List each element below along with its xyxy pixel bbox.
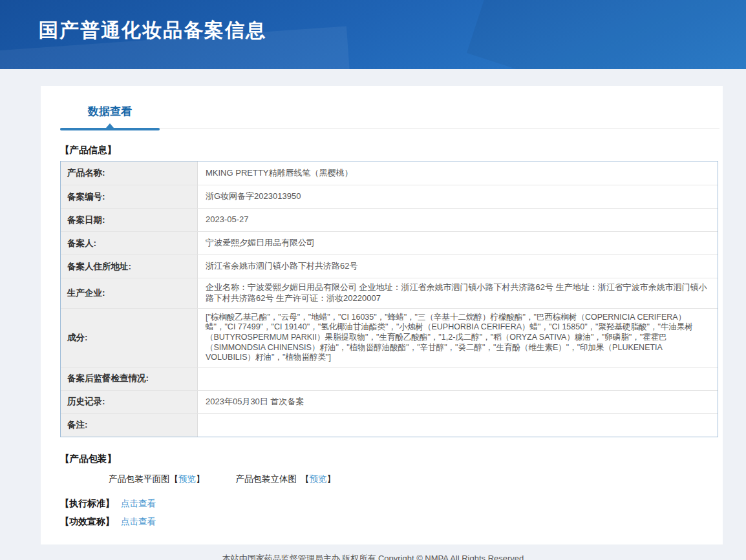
table-row: 备案日期: 2023-05-27 (61, 208, 718, 231)
table-row: 产品名称: MKING PRETTY精雕唇线笔（黑樱桃） (61, 161, 718, 185)
packaging-stereo-item: 产品包装立体图【预览】 (236, 473, 336, 485)
table-row: 备案人: 宁波爱熙夕媚日用品有限公司 (61, 231, 718, 254)
row-label: 备案编号: (61, 185, 198, 208)
tab-data-view[interactable]: 数据查看 (60, 100, 160, 129)
row-value: 宁波爱熙夕媚日用品有限公司 (198, 232, 718, 254)
row-value: 浙江省余姚市泗门镇小路下村共济路62号 (198, 255, 718, 278)
product-info-table: 产品名称: MKING PRETTY精雕唇线笔（黑樱桃） 备案编号: 浙G妆网备… (60, 161, 718, 437)
efficacy-claim-row: 【功效宣称】点击查看 (60, 516, 723, 528)
table-row: 备案后监督检查情况: (61, 367, 718, 390)
footer-copyright: 本站由国家药品监督管理局主办 版权所有 Copyright © NMPA All… (222, 554, 524, 560)
table-row: 历史记录: 2023年05月30日 首次备案 (61, 390, 718, 413)
bracket-close: 】 (327, 474, 336, 484)
row-value: 浙G妆网备字2023013950 (198, 185, 718, 208)
packaging-flat-label: 产品包装平面图 (109, 474, 170, 484)
packaging-previews: 产品包装平面图【预览】 产品包装立体图【预览】 (109, 473, 723, 485)
bracket-close: 】 (196, 474, 205, 484)
packaging-section-title: 【产品包装】 (60, 453, 719, 465)
preview-link-stereo[interactable]: 预览 (310, 474, 327, 484)
exec-standard-row: 【执行标准】点击查看 (60, 498, 723, 510)
row-label: 历史记录: (61, 391, 198, 413)
row-label: 备案人: (61, 232, 198, 254)
row-label: 备案日期: (61, 209, 198, 231)
row-label: 备案后监督检查情况: (61, 368, 198, 390)
table-row: 生产企业: 企业名称：宁波爱熙夕媚日用品有限公司 企业地址：浙江省余姚市泗门镇小… (61, 278, 718, 308)
exec-standard-view-link[interactable]: 点击查看 (121, 499, 156, 508)
row-label: 备注: (61, 414, 198, 437)
row-value (198, 368, 718, 390)
efficacy-claim-label: 【功效宣称】 (60, 516, 114, 526)
bracket-open: 【 (301, 474, 310, 484)
footer: 本站由国家药品监督管理局主办 版权所有 Copyright © NMPA All… (0, 544, 746, 560)
row-label: 产品名称: (61, 161, 198, 185)
table-row: 备注: (61, 413, 718, 437)
exec-standard-label: 【执行标准】 (60, 498, 114, 508)
row-value: ["棕榈酸乙基己酯"，"云母"，"地蜡"，"CI 16035"，"蜂蜡"，"三（… (198, 309, 718, 367)
row-value: 2023年05月30日 首次备案 (198, 391, 718, 413)
page-header: 国产普通化妆品备案信息 (0, 0, 746, 69)
product-info-section-title: 【产品信息】 (60, 144, 719, 156)
preview-link-flat[interactable]: 预览 (178, 474, 196, 484)
packaging-stereo-label: 产品包装立体图 (236, 474, 297, 484)
efficacy-claim-view-link[interactable]: 点击查看 (121, 517, 156, 526)
page-title: 国产普通化妆品备案信息 (0, 0, 746, 44)
row-value (198, 414, 718, 437)
row-label: 生产企业: (61, 278, 198, 308)
row-value: 2023-05-27 (198, 209, 718, 231)
table-row: 成分: ["棕榈酸乙基己酯"，"云母"，"地蜡"，"CI 16035"，"蜂蜡"… (61, 308, 718, 367)
content-card: 数据查看 【产品信息】 产品名称: MKING PRETTY精雕唇线笔（黑樱桃）… (41, 86, 723, 544)
row-label: 成分: (61, 309, 198, 367)
table-row: 备案编号: 浙G妆网备字2023013950 (61, 185, 718, 208)
tab-bar: 数据查看 (60, 100, 719, 129)
bracket-open: 【 (170, 474, 179, 484)
table-row: 备案人住所地址: 浙江省余姚市泗门镇小路下村共济路62号 (61, 254, 718, 278)
row-value: MKING PRETTY精雕唇线笔（黑樱桃） (198, 161, 718, 185)
row-value: 企业名称：宁波爱熙夕媚日用品有限公司 企业地址：浙江省余姚市泗门镇小路下村共济路… (198, 278, 718, 308)
packaging-flat-item: 产品包装平面图【预览】 (109, 473, 205, 485)
row-label: 备案人住所地址: (61, 255, 198, 278)
